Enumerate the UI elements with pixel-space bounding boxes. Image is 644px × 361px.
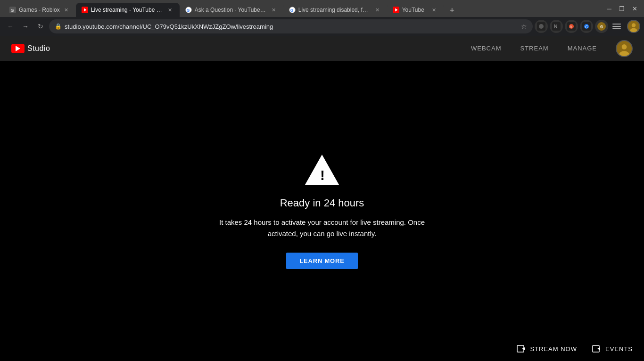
svg-rect-23: [612, 26, 621, 27]
extension-icon-2[interactable]: N: [550, 20, 563, 33]
tabs-section: G Games - Roblox ✕ Live streaming - YouT…: [0, 0, 601, 17]
tab-close-livestreaming[interactable]: ✕: [166, 6, 174, 14]
svg-text:!: !: [320, 167, 325, 183]
tab-title-disabled: Live streaming disabled, for ho: [298, 7, 371, 13]
user-avatar[interactable]: [616, 40, 633, 57]
maximize-button[interactable]: ❐: [618, 4, 626, 13]
back-button[interactable]: ←: [4, 20, 17, 33]
svg-rect-24: [612, 28, 621, 29]
tab-title-livestreaming: Live streaming - YouTube Stud: [91, 7, 164, 13]
tab-favicon-yt: [82, 7, 88, 13]
extension-icon-1[interactable]: [535, 20, 548, 33]
yt-icon-red: [11, 44, 25, 53]
address-text: studio.youtube.com/channel/UC_O79vQ51kzU…: [65, 23, 518, 30]
stream-now-label: STREAM NOW: [530, 345, 577, 353]
tab-roblox[interactable]: G Games - Roblox ✕: [4, 3, 76, 17]
tab-close-youtube[interactable]: ✕: [430, 6, 438, 14]
tab-youtube[interactable]: YouTube ✕: [387, 3, 444, 17]
svg-point-29: [622, 44, 627, 49]
window-controls: ─ ❐ ✕: [601, 0, 644, 17]
tab-disabled[interactable]: G Live streaming disabled, for ho ✕: [283, 3, 387, 17]
minimize-button[interactable]: ─: [606, 4, 612, 13]
bookmark-icon[interactable]: ☆: [521, 23, 527, 30]
tab-favicon-roblox: G: [9, 7, 16, 13]
tab-livestreaming[interactable]: Live streaming - YouTube Stud ✕: [76, 3, 180, 17]
svg-text:G: G: [11, 8, 14, 13]
ready-title: Ready in 24 hours: [280, 197, 364, 209]
events-icon: [592, 344, 602, 353]
yt-studio-header: Studio WEBCAM STREAM MANAGE: [0, 36, 644, 61]
svg-text:G: G: [186, 8, 190, 13]
tab-title-askquestion: Ask a Question - YouTube Con: [195, 7, 267, 13]
svg-point-26: [632, 23, 636, 27]
tab-close-roblox[interactable]: ✕: [63, 6, 70, 14]
stream-now-button[interactable]: STREAM NOW: [517, 344, 577, 353]
svg-text:G: G: [585, 25, 588, 29]
svg-text:N: N: [554, 24, 557, 29]
extension-icon-5[interactable]: ⚙: [595, 20, 608, 33]
nav-webcam[interactable]: WEBCAM: [471, 45, 502, 52]
tab-askquestion[interactable]: G Ask a Question - YouTube Con ✕: [180, 3, 283, 17]
bottom-bar: STREAM NOW EVENTS: [0, 336, 644, 361]
new-tab-button[interactable]: +: [446, 4, 459, 17]
main-content: ! Ready in 24 hours It takes 24 hours to…: [0, 61, 644, 361]
forward-button[interactable]: →: [19, 20, 32, 33]
tab-title-youtube: YouTube: [402, 7, 428, 13]
learn-more-button[interactable]: LEARN MORE: [286, 253, 357, 269]
tab-title-roblox: Games - Roblox: [19, 7, 60, 13]
lock-icon: 🔒: [55, 23, 62, 30]
svg-rect-22: [612, 24, 621, 25]
close-button[interactable]: ✕: [631, 4, 638, 13]
tab-favicon-youtube2: [393, 7, 399, 13]
tab-close-disabled[interactable]: ✕: [374, 6, 381, 14]
svg-marker-34: [522, 347, 525, 350]
warning-icon: !: [303, 153, 341, 186]
svg-text:A: A: [570, 25, 572, 29]
nav-manage[interactable]: MANAGE: [568, 45, 597, 52]
tab-favicon-google1: G: [185, 7, 192, 13]
svg-text:G: G: [290, 8, 293, 13]
tab-favicon-google2: G: [289, 7, 296, 13]
address-input-wrap[interactable]: 🔒 studio.youtube.com/channel/UC_O79vQ51k…: [49, 19, 533, 33]
stream-now-icon: [517, 344, 526, 353]
yt-studio-label: Studio: [27, 44, 50, 53]
svg-text:⚙: ⚙: [600, 25, 603, 29]
events-label: EVENTS: [605, 345, 633, 353]
extension-icon-4[interactable]: G: [580, 20, 593, 33]
events-button[interactable]: EVENTS: [592, 344, 633, 353]
reload-button[interactable]: ↻: [34, 20, 47, 33]
chrome-profile-avatar[interactable]: [627, 20, 640, 33]
svg-point-11: [539, 24, 544, 29]
tab-close-askquestion[interactable]: ✕: [270, 6, 278, 14]
yt-nav: WEBCAM STREAM MANAGE: [471, 45, 597, 52]
toolbar-icons: N A G ⚙: [535, 20, 640, 33]
extension-icon-3[interactable]: A: [565, 20, 578, 33]
address-bar: ← → ↻ 🔒 studio.youtube.com/channel/UC_O7…: [0, 17, 644, 36]
nav-stream[interactable]: STREAM: [520, 45, 548, 52]
browser-tab-bar: G Games - Roblox ✕ Live streaming - YouT…: [0, 0, 644, 17]
ready-description: It takes 24 hours to activate your accou…: [214, 217, 430, 239]
yt-logo[interactable]: Studio: [11, 44, 50, 53]
svg-marker-36: [597, 347, 600, 350]
chrome-menu-button[interactable]: [610, 20, 623, 33]
